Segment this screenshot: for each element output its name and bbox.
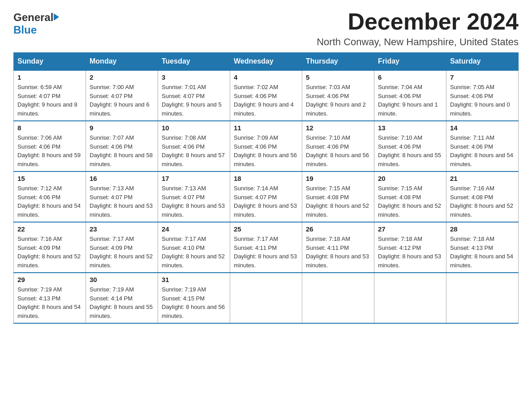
day-info: Sunrise: 7:14 AMSunset: 4:07 PMDaylight:… bbox=[234, 184, 298, 219]
day-info: Sunrise: 7:06 AMSunset: 4:06 PMDaylight:… bbox=[17, 133, 82, 168]
day-info: Sunrise: 7:19 AMSunset: 4:15 PMDaylight:… bbox=[162, 285, 226, 320]
calendar-day-cell: 7Sunrise: 7:05 AMSunset: 4:06 PMDaylight… bbox=[446, 70, 519, 121]
calendar-table: SundayMondayTuesdayWednesdayThursdayFrid… bbox=[13, 52, 519, 324]
day-number: 10 bbox=[162, 124, 226, 132]
day-info: Sunrise: 7:19 AMSunset: 4:13 PMDaylight:… bbox=[17, 285, 82, 320]
location-title: North Conway, New Hampshire, United Stat… bbox=[317, 36, 519, 48]
day-info: Sunrise: 7:12 AMSunset: 4:06 PMDaylight:… bbox=[17, 184, 82, 219]
weekday-header-saturday: Saturday bbox=[446, 53, 519, 71]
calendar-day-cell: 2Sunrise: 7:00 AMSunset: 4:07 PMDaylight… bbox=[86, 70, 158, 121]
day-info: Sunrise: 7:19 AMSunset: 4:14 PMDaylight:… bbox=[90, 285, 154, 320]
calendar-day-cell: 9Sunrise: 7:07 AMSunset: 4:06 PMDaylight… bbox=[86, 121, 158, 171]
calendar-day-cell: 25Sunrise: 7:17 AMSunset: 4:11 PMDayligh… bbox=[230, 222, 302, 273]
day-info: Sunrise: 7:16 AMSunset: 4:08 PMDaylight:… bbox=[450, 184, 515, 219]
calendar-day-cell bbox=[302, 273, 374, 323]
calendar-week-row: 29Sunrise: 7:19 AMSunset: 4:13 PMDayligh… bbox=[14, 273, 519, 323]
day-number: 21 bbox=[450, 175, 515, 182]
calendar-day-cell: 20Sunrise: 7:15 AMSunset: 4:08 PMDayligh… bbox=[374, 171, 446, 222]
weekday-header-tuesday: Tuesday bbox=[158, 53, 230, 71]
calendar-day-cell: 13Sunrise: 7:10 AMSunset: 4:06 PMDayligh… bbox=[374, 121, 446, 171]
calendar-day-cell: 8Sunrise: 7:06 AMSunset: 4:06 PMDaylight… bbox=[14, 121, 86, 171]
day-info: Sunrise: 7:17 AMSunset: 4:11 PMDaylight:… bbox=[234, 235, 298, 270]
calendar-day-cell: 27Sunrise: 7:18 AMSunset: 4:12 PMDayligh… bbox=[374, 222, 446, 273]
day-number: 19 bbox=[306, 175, 370, 182]
day-info: Sunrise: 7:16 AMSunset: 4:09 PMDaylight:… bbox=[17, 235, 82, 270]
page-header: General Blue December 2024 North Conway,… bbox=[13, 9, 519, 48]
day-number: 18 bbox=[234, 175, 298, 182]
day-number: 11 bbox=[234, 124, 298, 132]
day-number: 2 bbox=[90, 73, 154, 81]
day-number: 3 bbox=[162, 73, 226, 81]
calendar-week-row: 8Sunrise: 7:06 AMSunset: 4:06 PMDaylight… bbox=[14, 121, 519, 171]
day-number: 26 bbox=[306, 225, 370, 233]
day-info: Sunrise: 7:04 AMSunset: 4:06 PMDaylight:… bbox=[378, 83, 442, 118]
day-number: 16 bbox=[90, 175, 154, 182]
calendar-day-cell: 28Sunrise: 7:18 AMSunset: 4:13 PMDayligh… bbox=[446, 222, 519, 273]
month-title: December 2024 bbox=[317, 9, 519, 34]
day-number: 15 bbox=[17, 175, 82, 182]
day-number: 24 bbox=[162, 225, 226, 233]
day-number: 13 bbox=[378, 124, 442, 132]
day-number: 28 bbox=[450, 225, 515, 233]
calendar-week-row: 1Sunrise: 6:59 AMSunset: 4:07 PMDaylight… bbox=[14, 70, 519, 121]
day-number: 17 bbox=[162, 175, 226, 182]
calendar-day-cell: 29Sunrise: 7:19 AMSunset: 4:13 PMDayligh… bbox=[14, 273, 86, 323]
day-info: Sunrise: 7:15 AMSunset: 4:08 PMDaylight:… bbox=[378, 184, 442, 219]
calendar-day-cell: 24Sunrise: 7:17 AMSunset: 4:10 PMDayligh… bbox=[158, 222, 230, 273]
day-info: Sunrise: 7:05 AMSunset: 4:06 PMDaylight:… bbox=[450, 83, 515, 118]
calendar-week-row: 15Sunrise: 7:12 AMSunset: 4:06 PMDayligh… bbox=[14, 171, 519, 222]
calendar-day-cell: 19Sunrise: 7:15 AMSunset: 4:08 PMDayligh… bbox=[302, 171, 374, 222]
calendar-day-cell: 22Sunrise: 7:16 AMSunset: 4:09 PMDayligh… bbox=[14, 222, 86, 273]
day-number: 31 bbox=[162, 276, 226, 283]
logo-triangle-icon bbox=[54, 13, 59, 21]
calendar-day-cell: 10Sunrise: 7:08 AMSunset: 4:06 PMDayligh… bbox=[158, 121, 230, 171]
day-info: Sunrise: 7:18 AMSunset: 4:12 PMDaylight:… bbox=[378, 235, 442, 270]
calendar-day-cell: 18Sunrise: 7:14 AMSunset: 4:07 PMDayligh… bbox=[230, 171, 302, 222]
calendar-day-cell: 4Sunrise: 7:02 AMSunset: 4:06 PMDaylight… bbox=[230, 70, 302, 121]
day-number: 8 bbox=[17, 124, 82, 132]
weekday-header-monday: Monday bbox=[86, 53, 158, 71]
day-number: 30 bbox=[90, 276, 154, 283]
day-info: Sunrise: 7:10 AMSunset: 4:06 PMDaylight:… bbox=[378, 133, 442, 168]
day-number: 12 bbox=[306, 124, 370, 132]
weekday-header-sunday: Sunday bbox=[14, 53, 86, 71]
weekday-header-row: SundayMondayTuesdayWednesdayThursdayFrid… bbox=[14, 53, 519, 71]
day-info: Sunrise: 7:00 AMSunset: 4:07 PMDaylight:… bbox=[90, 83, 154, 118]
logo-general-text: General bbox=[13, 11, 53, 24]
day-number: 5 bbox=[306, 73, 370, 81]
day-info: Sunrise: 7:18 AMSunset: 4:11 PMDaylight:… bbox=[306, 235, 370, 270]
day-info: Sunrise: 7:07 AMSunset: 4:06 PMDaylight:… bbox=[90, 133, 154, 168]
day-info: Sunrise: 7:02 AMSunset: 4:06 PMDaylight:… bbox=[234, 83, 298, 118]
calendar-day-cell bbox=[446, 273, 519, 323]
day-info: Sunrise: 7:10 AMSunset: 4:06 PMDaylight:… bbox=[306, 133, 370, 168]
day-info: Sunrise: 7:01 AMSunset: 4:07 PMDaylight:… bbox=[162, 83, 226, 118]
calendar-day-cell: 26Sunrise: 7:18 AMSunset: 4:11 PMDayligh… bbox=[302, 222, 374, 273]
logo: General Blue bbox=[13, 9, 59, 36]
day-info: Sunrise: 7:13 AMSunset: 4:07 PMDaylight:… bbox=[90, 184, 154, 219]
calendar-day-cell: 6Sunrise: 7:04 AMSunset: 4:06 PMDaylight… bbox=[374, 70, 446, 121]
calendar-week-row: 22Sunrise: 7:16 AMSunset: 4:09 PMDayligh… bbox=[14, 222, 519, 273]
day-info: Sunrise: 7:17 AMSunset: 4:09 PMDaylight:… bbox=[90, 235, 154, 270]
day-number: 29 bbox=[17, 276, 82, 283]
day-info: Sunrise: 7:11 AMSunset: 4:06 PMDaylight:… bbox=[450, 133, 515, 168]
day-number: 4 bbox=[234, 73, 298, 81]
day-number: 22 bbox=[17, 225, 82, 233]
day-info: Sunrise: 7:17 AMSunset: 4:10 PMDaylight:… bbox=[162, 235, 226, 270]
calendar-day-cell: 15Sunrise: 7:12 AMSunset: 4:06 PMDayligh… bbox=[14, 171, 86, 222]
calendar-day-cell: 1Sunrise: 6:59 AMSunset: 4:07 PMDaylight… bbox=[14, 70, 86, 121]
calendar-day-cell bbox=[230, 273, 302, 323]
day-number: 1 bbox=[17, 73, 82, 81]
day-number: 27 bbox=[378, 225, 442, 233]
calendar-day-cell: 5Sunrise: 7:03 AMSunset: 4:06 PMDaylight… bbox=[302, 70, 374, 121]
day-number: 23 bbox=[90, 225, 154, 233]
calendar-day-cell: 14Sunrise: 7:11 AMSunset: 4:06 PMDayligh… bbox=[446, 121, 519, 171]
logo-blue-text: Blue bbox=[13, 24, 37, 36]
calendar-day-cell bbox=[374, 273, 446, 323]
day-number: 6 bbox=[378, 73, 442, 81]
day-info: Sunrise: 7:15 AMSunset: 4:08 PMDaylight:… bbox=[306, 184, 370, 219]
calendar-day-cell: 23Sunrise: 7:17 AMSunset: 4:09 PMDayligh… bbox=[86, 222, 158, 273]
title-area: December 2024 North Conway, New Hampshir… bbox=[317, 9, 519, 48]
day-number: 20 bbox=[378, 175, 442, 182]
day-info: Sunrise: 7:03 AMSunset: 4:06 PMDaylight:… bbox=[306, 83, 370, 118]
day-info: Sunrise: 7:08 AMSunset: 4:06 PMDaylight:… bbox=[162, 133, 226, 168]
